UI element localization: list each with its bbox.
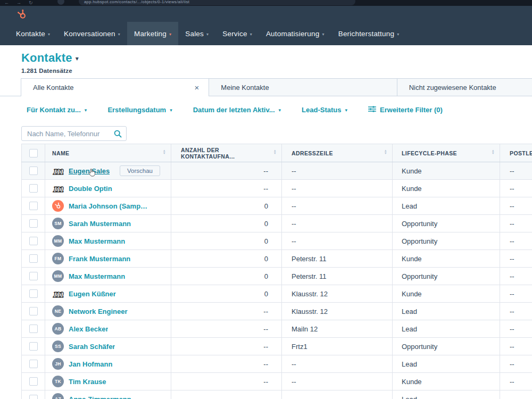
sort-arrows-icon[interactable]: ▲▼ bbox=[273, 149, 277, 155]
table-row[interactable]: SSSarah Schäfer--Frtz1Opportunity-- bbox=[21, 338, 532, 355]
contact-name-link[interactable]: Max Mustermann bbox=[69, 237, 125, 245]
extension-icon[interactable] bbox=[57, 0, 64, 5]
close-icon[interactable]: × bbox=[194, 84, 201, 92]
row-checkbox[interactable] bbox=[29, 272, 38, 280]
nav-item-label: Service bbox=[222, 30, 247, 38]
filter-f-r-kontakt-zu[interactable]: Für Kontakt zu...▾ bbox=[27, 106, 87, 114]
column-header-name[interactable]: NAME▲▼ bbox=[45, 144, 171, 162]
row-checkbox[interactable] bbox=[29, 325, 38, 333]
lifecycle-value: Kunde bbox=[402, 255, 422, 263]
row-checkbox[interactable] bbox=[29, 184, 38, 193]
sort-arrows-icon[interactable]: ▲▼ bbox=[492, 149, 495, 155]
table-row[interactable]: mDouble Optin----Kunde-- bbox=[21, 180, 532, 197]
row-checkbox[interactable] bbox=[29, 254, 38, 263]
tab-meine-kontakte[interactable]: Meine Kontakte bbox=[209, 78, 397, 96]
address-value: -- bbox=[292, 202, 296, 210]
column-header-postle[interactable]: POSTLE bbox=[500, 144, 532, 162]
table-row[interactable]: Maria Johnson (Sample Con...0--Lead-- bbox=[21, 197, 532, 215]
row-checkbox[interactable] bbox=[29, 219, 38, 228]
table-row[interactable]: MMMax Mustermann0Peterstr. 11Opportunity… bbox=[21, 268, 532, 285]
contact-name-link[interactable]: Network Engineer bbox=[69, 307, 128, 315]
nav-item-berichterstattung[interactable]: Berichterstattung▾ bbox=[331, 22, 406, 45]
table-row[interactable]: FMFrank Mustermann0Peterstr. 11Kunde-- bbox=[21, 250, 532, 268]
sort-arrows-icon[interactable]: ▲▼ bbox=[163, 149, 166, 155]
page-title[interactable]: Kontakte bbox=[21, 51, 72, 65]
address-value: -- bbox=[292, 395, 296, 399]
address-bar[interactable]: app.hubspot.com/contacts/.../objects/0-1… bbox=[79, 0, 355, 5]
initials-avatar: MM bbox=[52, 270, 64, 282]
contact-name-link[interactable]: Eugen Küßner bbox=[69, 290, 116, 298]
nav-item-kontakte[interactable]: Kontakte▾ bbox=[9, 22, 57, 45]
contact-name-link[interactable]: Maria Johnson (Sample Con... bbox=[69, 202, 148, 210]
preview-button[interactable]: Vorschau bbox=[120, 165, 160, 176]
chevron-down-icon: ▾ bbox=[170, 107, 172, 113]
row-checkbox[interactable] bbox=[29, 237, 38, 245]
column-header-adresszeile[interactable]: ADRESSZEILE▲▼ bbox=[282, 144, 393, 162]
filter-lead-status[interactable]: Lead-Status▾ bbox=[302, 106, 347, 114]
filter-datum-der-letzten-aktiv[interactable]: Datum der letzten Aktiv...▾ bbox=[193, 106, 281, 114]
address-value: -- bbox=[292, 237, 296, 245]
table-row[interactable]: ABAlex Becker--Mailn 12Lead-- bbox=[21, 320, 532, 338]
nav-item-konversationen[interactable]: Konversationen▾ bbox=[57, 22, 127, 45]
tab-label: Alle Kontakte bbox=[33, 84, 74, 92]
row-checkbox[interactable] bbox=[29, 395, 38, 399]
select-all-checkbox[interactable] bbox=[29, 149, 38, 157]
advanced-filters-button[interactable]: Erweiterte Filter (0) bbox=[368, 106, 443, 114]
contact-count-value: 0 bbox=[264, 290, 268, 298]
hubspot-logo-icon[interactable] bbox=[16, 9, 28, 20]
row-checkbox[interactable] bbox=[29, 360, 38, 368]
table-row[interactable]: AZAnna Zimmermann----Lead-- bbox=[21, 390, 532, 399]
table-row[interactable]: MMMax Mustermann0--Opportunity-- bbox=[21, 232, 532, 250]
mailchimp-logo-avatar: m bbox=[52, 288, 64, 300]
contact-name-link[interactable]: Sarah Schäfer bbox=[69, 343, 115, 351]
search-input[interactable] bbox=[21, 126, 127, 141]
view-tabs: Alle Kontakte×Meine KontakteNicht zugewi… bbox=[0, 78, 532, 96]
nav-item-service[interactable]: Service▾ bbox=[215, 22, 259, 45]
contact-name-link[interactable]: Eugen Sales bbox=[69, 167, 110, 175]
contact-name-link[interactable]: Sarah Mustermann bbox=[69, 220, 131, 228]
reload-icon[interactable]: ↻ bbox=[29, 0, 33, 5]
column-header-label: ADRESSZEILE bbox=[292, 150, 333, 156]
column-header-lifecycle-phase[interactable]: LIFECYCLE-PHASE▲▼ bbox=[393, 144, 500, 162]
table-row[interactable]: mEugen SalesVorschau----Kunde-- bbox=[21, 162, 532, 180]
nav-item-marketing[interactable]: Marketing▾ bbox=[127, 22, 178, 45]
tab-nicht-zugewiesene-kontakte[interactable]: Nicht zugewiesene Kontakte bbox=[397, 78, 532, 96]
tab-alle-kontakte[interactable]: Alle Kontakte× bbox=[21, 78, 209, 96]
lifecycle-value: Kunde bbox=[402, 378, 422, 386]
nav-item-automatisierung[interactable]: Automatisierung▾ bbox=[259, 22, 331, 45]
row-checkbox[interactable] bbox=[29, 342, 38, 351]
column-header-anzahl-der-kontaktaufna[interactable]: ANZAHL DER KONTAKTAUFNA...▲▼ bbox=[171, 144, 282, 162]
contact-name-link[interactable]: Alex Becker bbox=[69, 325, 108, 333]
table-row[interactable]: NENetwork Engineer--Klausstr. 12Lead-- bbox=[21, 303, 532, 320]
sort-arrows-icon[interactable]: ▲▼ bbox=[384, 149, 387, 155]
forward-icon[interactable]: → bbox=[16, 0, 21, 5]
table-row[interactable]: JHJan Hofmann----Lead-- bbox=[21, 355, 532, 373]
row-checkbox[interactable] bbox=[29, 307, 38, 315]
table-row[interactable]: TKTim Krause----Kunde-- bbox=[21, 373, 532, 390]
contacts-table: NAME▲▼ANZAHL DER KONTAKTAUFNA...▲▼ADRESS… bbox=[21, 144, 532, 399]
contact-name-link[interactable]: Jan Hofmann bbox=[69, 360, 112, 368]
address-value: -- bbox=[292, 220, 296, 228]
postal-value: -- bbox=[510, 325, 514, 333]
table-row[interactable]: SMSarah Mustermann0--Opportunity-- bbox=[21, 215, 532, 232]
chevron-down-icon[interactable]: ▾ bbox=[76, 55, 79, 62]
contact-name-link[interactable]: Tim Krause bbox=[69, 378, 106, 386]
nav-item-sales[interactable]: Sales▾ bbox=[178, 22, 215, 45]
row-checkbox[interactable] bbox=[29, 167, 38, 175]
contact-name-link[interactable]: Double Optin bbox=[69, 185, 112, 193]
table-row[interactable]: mEugen Küßner0Klausstr. 12Kunde-- bbox=[21, 285, 532, 303]
search-icon[interactable] bbox=[114, 130, 122, 140]
filter-erstellungsdatum[interactable]: Erstellungsdatum▾ bbox=[107, 106, 172, 114]
row-checkbox[interactable] bbox=[29, 289, 38, 298]
row-checkbox[interactable] bbox=[29, 377, 38, 386]
table-header-row: NAME▲▼ANZAHL DER KONTAKTAUFNA...▲▼ADRESS… bbox=[21, 144, 532, 162]
initials-avatar: AZ bbox=[52, 393, 64, 399]
row-checkbox[interactable] bbox=[29, 202, 38, 210]
chevron-down-icon: ▾ bbox=[85, 107, 87, 113]
contact-name-link[interactable]: Max Mustermann bbox=[69, 272, 125, 280]
contact-name-link[interactable]: Frank Mustermann bbox=[69, 255, 130, 263]
contact-count-value: -- bbox=[263, 395, 268, 399]
back-icon[interactable]: ← bbox=[4, 0, 9, 5]
contact-name-link[interactable]: Anna Zimmermann bbox=[69, 395, 131, 399]
postal-value: -- bbox=[510, 343, 514, 351]
